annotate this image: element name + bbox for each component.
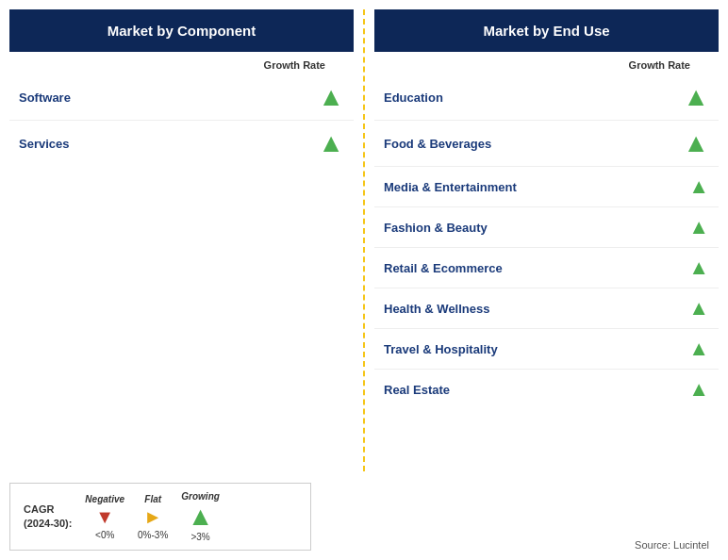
right-panel-header: Market by End Use: [374, 9, 719, 52]
legend-box: CAGR(2024-30): Negative ▼ <0% Flat ► 0%-…: [9, 483, 311, 551]
fashion-beauty-label: Fashion & Beauty: [384, 221, 488, 235]
list-item: Real Estate ▲: [374, 370, 719, 409]
panel-divider: [363, 9, 365, 471]
up-arrow-icon: ▲: [688, 298, 709, 319]
flat-label: Flat: [144, 494, 161, 504]
right-arrow-icon: ►: [143, 506, 162, 528]
flat-legend-item: Flat ► 0%-3%: [138, 494, 168, 540]
negative-legend-item: Negative ▼ <0%: [85, 494, 124, 540]
up-arrow-icon: ▲: [688, 257, 709, 278]
left-panel: Market by Component Growth Rate Software…: [9, 9, 354, 471]
up-arrow-icon: ▲: [688, 338, 709, 359]
list-item: Software ▲: [9, 74, 354, 121]
list-item: Education ▲: [374, 74, 719, 121]
growing-range: >3%: [190, 532, 209, 542]
up-arrow-icon: ▲: [688, 176, 709, 197]
left-growth-rate-label: Growth Rate: [9, 59, 354, 71]
list-item: Fashion & Beauty ▲: [374, 207, 719, 248]
list-item: Media & Entertainment ▲: [374, 167, 719, 207]
right-growth-rate-label: Growth Rate: [374, 59, 719, 71]
flat-range: 0%-3%: [138, 530, 168, 540]
up-arrow-icon: ▲: [318, 84, 344, 110]
real-estate-label: Real Estate: [384, 383, 450, 397]
source-label: Source: Lucintel: [635, 539, 719, 551]
list-item: Travel & Hospitality ▲: [374, 329, 719, 370]
up-arrow-icon: ▲: [188, 503, 214, 530]
up-arrow-icon: ▲: [688, 217, 709, 238]
food-beverages-label: Food & Beverages: [384, 137, 491, 151]
growing-legend-item: Growing ▲ >3%: [181, 491, 220, 542]
down-arrow-icon: ▼: [95, 506, 114, 528]
list-item: Food & Beverages ▲: [374, 121, 719, 167]
cagr-label: CAGR(2024-30):: [24, 502, 72, 532]
right-panel: Market by End Use Growth Rate Education …: [374, 9, 719, 471]
list-item: Retail & Ecommerce ▲: [374, 248, 719, 288]
negative-label: Negative: [85, 494, 124, 504]
media-entertainment-label: Media & Entertainment: [384, 180, 517, 194]
up-arrow-icon: ▲: [688, 379, 709, 400]
right-panel-items: Education ▲ Food & Beverages ▲ Media & E…: [374, 74, 719, 471]
list-item: Health & Wellness ▲: [374, 288, 719, 329]
left-panel-header: Market by Component: [9, 9, 354, 52]
education-label: Education: [384, 91, 443, 105]
retail-ecommerce-label: Retail & Ecommerce: [384, 261, 503, 275]
list-item: Services ▲: [9, 121, 354, 166]
health-wellness-label: Health & Wellness: [384, 302, 489, 316]
up-arrow-icon: ▲: [683, 130, 709, 156]
up-arrow-icon: ▲: [683, 84, 709, 110]
left-panel-items: Software ▲ Services ▲: [9, 74, 354, 166]
up-arrow-icon: ▲: [318, 130, 344, 156]
travel-hospitality-label: Travel & Hospitality: [384, 342, 498, 356]
bottom-area: CAGR(2024-30): Negative ▼ <0% Flat ► 0%-…: [9, 475, 719, 551]
growing-label: Growing: [181, 491, 220, 502]
software-label: Software: [19, 91, 71, 105]
services-label: Services: [19, 137, 70, 151]
negative-range: <0%: [95, 530, 114, 540]
